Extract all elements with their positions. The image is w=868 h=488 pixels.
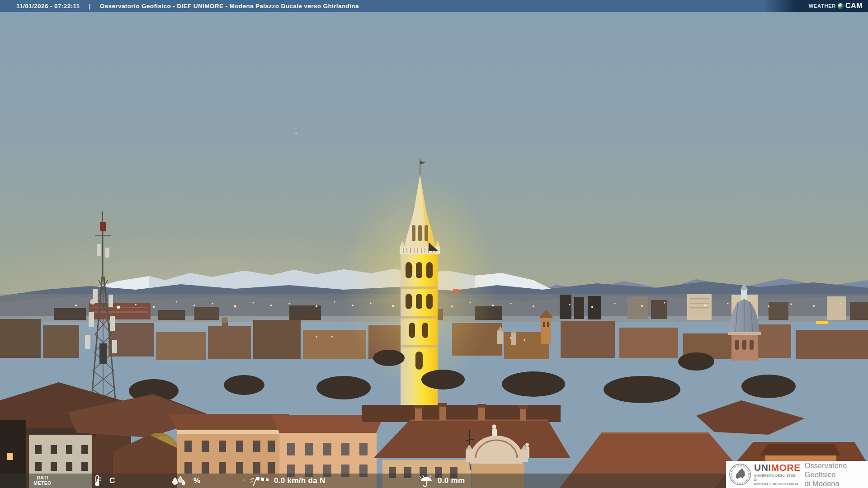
weathercam-word1: WEATHER <box>809 3 836 9</box>
wind-value: 0.0 km/h da N <box>274 476 326 485</box>
university-name-line2: MODENA E REGGIO EMILIA <box>754 482 801 486</box>
webcam-scene <box>0 0 868 488</box>
observatory-name: Osservatorio Geofisico di Modena <box>805 461 868 488</box>
camera-lens-icon <box>838 3 844 9</box>
unimore-more: MORE <box>771 462 801 473</box>
unimore-branding-box: UNIMORE UNIVERSITÀ DEGLI STUDI DI MODENA… <box>726 461 868 488</box>
temperature-reading: C <box>92 474 115 488</box>
humidity-unit: % <box>193 476 200 485</box>
wind-reading: 0.0 km/h da N <box>250 474 326 488</box>
header-separator: | <box>89 3 91 9</box>
unimore-wordmark: UNIMORE UNIVERSITÀ DEGLI STUDI DI MODENA… <box>754 463 801 486</box>
thermometer-icon <box>92 475 102 487</box>
header-datetime: 11/01/2026 - 07:22:11 <box>16 3 80 9</box>
yellow-sign-light <box>816 321 828 324</box>
weathercam-logo: WEATHER CAM <box>764 0 868 12</box>
umbrella-rain-icon <box>418 475 434 487</box>
unimore-seal-icon <box>729 463 751 486</box>
unimore-uni: UNI <box>754 462 771 473</box>
humidity-reading: % <box>171 474 200 488</box>
rain-value: 0.0 mm <box>438 476 465 485</box>
header-bar: 11/01/2026 - 07:22:11 | Osservatorio Geo… <box>0 0 868 12</box>
temperature-unit: C <box>109 476 115 485</box>
university-name-line1: UNIVERSITÀ DEGLI STUDI DI <box>754 474 801 482</box>
weathercam-word2: CAM <box>845 2 863 10</box>
windsock-icon <box>250 475 270 487</box>
dati-meteo-label: DATI METEO <box>26 475 59 486</box>
humidity-drops-icon <box>171 475 186 486</box>
rain-reading: 0.0 mm <box>418 474 465 488</box>
header-title: Osservatorio Geofisico - DIEF UNIMORE - … <box>100 3 359 9</box>
webcam-viewer: 11/01/2026 - 07:22:11 | Osservatorio Geo… <box>0 0 868 488</box>
